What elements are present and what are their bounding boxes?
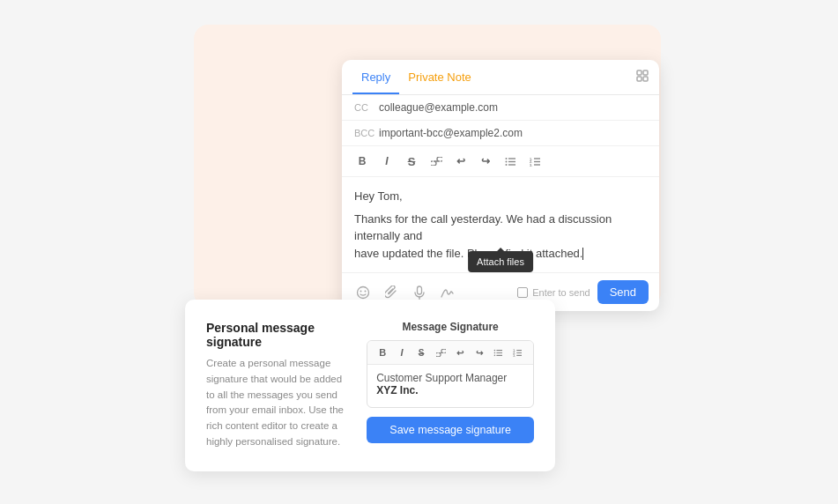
signature-editor-title: Message Signature: [367, 321, 534, 333]
signature-desc-title: Personal message signature: [206, 321, 345, 349]
ordered-list-button[interactable]: 1.2.3.: [525, 152, 545, 171]
cc-field: CC colleague@example.com: [342, 95, 659, 121]
save-signature-button[interactable]: Save message signature: [367, 417, 534, 443]
bcc-label: BCC: [354, 128, 379, 138]
signature-desc-text: Create a personal message signature that…: [206, 356, 345, 450]
svg-rect-0: [637, 70, 641, 75]
svg-rect-2: [637, 77, 641, 81]
svg-rect-19: [418, 286, 422, 294]
signature-editor-box: B I S ↩ ↪ 1.2.3. Customer Support Manage…: [367, 340, 534, 408]
svg-point-16: [358, 286, 369, 298]
svg-rect-1: [643, 70, 648, 75]
svg-point-7: [505, 158, 507, 159]
compose-area[interactable]: Hey Tom, Thanks for the call yesterday. …: [342, 177, 659, 272]
compose-toolbar: B I S ↩ ↪ 1.2.3.: [342, 146, 659, 177]
tab-reply[interactable]: Reply: [352, 62, 399, 94]
send-button[interactable]: Send: [597, 280, 649, 304]
sig-link-button[interactable]: [433, 345, 449, 360]
bcc-field: BCC important-bcc@example2.com: [342, 121, 659, 146]
undo-button[interactable]: ↩: [451, 152, 471, 171]
bcc-value: important-bcc@example2.com: [379, 127, 523, 139]
redo-button[interactable]: ↪: [476, 152, 495, 171]
sig-list-button[interactable]: [491, 345, 507, 360]
tab-private-note[interactable]: Private Note: [399, 62, 480, 94]
cc-label: CC: [354, 102, 379, 113]
svg-text:3.: 3.: [530, 162, 532, 167]
signature-toolbar: B I S ↩ ↪ 1.2.3.: [367, 341, 533, 365]
svg-point-18: [365, 290, 367, 292]
attach-tooltip: Attach files: [468, 251, 533, 273]
signature-content[interactable]: Customer Support Manager XYZ Inc.: [367, 365, 533, 407]
reply-tabs: Reply Private Note: [342, 60, 659, 95]
sig-bold-button[interactable]: B: [375, 345, 390, 360]
svg-point-9: [505, 164, 507, 166]
list-button[interactable]: [501, 152, 520, 171]
svg-point-24: [494, 349, 496, 351]
text-cursor: [582, 248, 583, 260]
enter-to-send-checkbox[interactable]: [517, 287, 528, 298]
sig-strikethrough-button[interactable]: S: [413, 345, 429, 360]
signature-card: Personal message signature Create a pers…: [185, 300, 555, 471]
svg-point-8: [505, 160, 507, 162]
expand-icon[interactable]: [636, 70, 649, 85]
reply-card: Reply Private Note CC colleague@example.…: [342, 60, 659, 311]
svg-point-17: [360, 290, 362, 292]
svg-rect-3: [643, 77, 648, 81]
svg-point-26: [494, 354, 496, 356]
sig-ordered-list-button[interactable]: 1.2.3.: [510, 345, 526, 360]
svg-text:3.: 3.: [514, 353, 516, 356]
sig-italic-button[interactable]: I: [394, 345, 410, 360]
enter-to-send: Enter to send: [517, 287, 590, 298]
italic-button[interactable]: I: [377, 152, 397, 171]
sig-undo-button[interactable]: ↩: [452, 345, 468, 360]
signature-description: Personal message signature Create a pers…: [206, 321, 345, 450]
signature-editor: Message Signature B I S ↩ ↪ 1.2.3. Custo: [367, 321, 534, 450]
bold-button[interactable]: B: [352, 152, 372, 171]
sig-redo-button[interactable]: ↪: [471, 345, 487, 360]
link-button[interactable]: [426, 152, 446, 171]
cc-value: colleague@example.com: [379, 101, 498, 114]
strikethrough-button[interactable]: S: [402, 152, 421, 171]
sig-line2: XYZ Inc.: [376, 384, 524, 397]
svg-point-25: [494, 352, 496, 353]
sig-line1: Customer Support Manager: [376, 372, 524, 384]
